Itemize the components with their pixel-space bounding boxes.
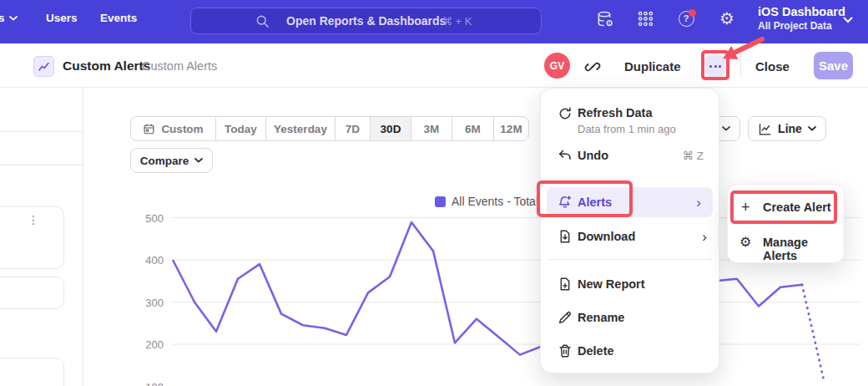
project-subtitle: All Project Data [758, 20, 845, 32]
search-icon [255, 14, 270, 28]
search-placeholder: Open Reports & Dashboards [286, 14, 446, 28]
data-management-button[interactable] [594, 8, 614, 28]
help-button[interactable]: ? [676, 8, 696, 28]
menu-item-undo[interactable]: Undo ⌘ Z [541, 140, 719, 170]
y-axis-label: 100 [139, 381, 164, 386]
sidebar-divider [0, 165, 83, 165]
settings-button[interactable]: ⚙ [717, 8, 737, 28]
app-window: All Events - Total 100200300400500 s Use… [0, 0, 868, 386]
sidebar-card[interactable]: ⋮ [0, 206, 64, 269]
range-7d[interactable]: 7D [335, 117, 370, 140]
menu-item-new-report[interactable]: New Report [541, 269, 719, 299]
save-button[interactable]: Save [814, 52, 853, 79]
refresh-icon [558, 106, 573, 121]
duplicate-button[interactable]: Duplicate [624, 59, 681, 74]
search-shortcut: ⌘ + K [442, 15, 472, 28]
y-axis-label: 400 [139, 254, 164, 267]
legend-swatch [435, 196, 446, 207]
range-3m[interactable]: 3M [411, 117, 452, 140]
trash-icon [558, 343, 573, 358]
range-30d-selected[interactable]: 30D [370, 117, 411, 140]
range-today[interactable]: Today [215, 117, 265, 140]
range-yesterday[interactable]: Yesterday [265, 117, 335, 140]
legend: All Events - Total [435, 195, 538, 208]
database-gear-icon [596, 10, 613, 28]
submenu-item-create-alert[interactable]: + Create Alert [728, 193, 844, 223]
chart-line-dotted-segment [802, 285, 824, 380]
new-report-icon [558, 277, 573, 292]
chevron-down-icon [722, 126, 730, 131]
line-chart-icon [758, 122, 772, 136]
sidebar-divider [0, 131, 83, 132]
y-axis-label: 300 [139, 297, 164, 309]
chart-type-button[interactable]: Line [748, 116, 826, 141]
header-divider [740, 53, 741, 78]
page-title: Custom Alerts [63, 58, 150, 74]
range-6m[interactable]: 6M [452, 117, 493, 140]
menu-item-refresh-data[interactable]: Refresh Data Data from 1 min ago [541, 95, 719, 135]
project-selector[interactable]: iOS Dashboard All Project Data [758, 5, 845, 32]
download-icon [558, 229, 573, 244]
help-icon: ? [679, 11, 694, 27]
report-chart-icon [33, 56, 54, 77]
chevron-down-icon [194, 158, 203, 163]
report-header: Custom Alerts Custom Alerts GV Duplicate… [0, 43, 868, 88]
calendar-icon [143, 123, 155, 135]
breadcrumb: Custom Alerts [142, 59, 217, 73]
submenu-item-manage-alerts[interactable]: ⚙ Manage Alerts [728, 228, 844, 258]
copy-link-button[interactable] [584, 58, 601, 75]
nav-item-events[interactable]: Events [100, 12, 137, 24]
range-12m[interactable]: 12M [493, 117, 528, 140]
compare-button[interactable]: Compare [130, 148, 213, 173]
apps-grid-button[interactable] [635, 8, 655, 28]
project-title: iOS Dashboard [758, 5, 845, 18]
menu-item-alerts[interactable]: Alerts › [547, 187, 713, 217]
kebab-menu-icon[interactable]: ⋮ [28, 214, 39, 226]
submenu-chevron-icon: › [702, 230, 707, 244]
top-nav: s Users Events Open Reports & Dashboards… [0, 0, 868, 43]
sidebar-card[interactable] [0, 277, 64, 309]
avatar[interactable]: GV [544, 53, 570, 79]
menu-item-download[interactable]: Download › [541, 221, 719, 251]
menu-item-rename[interactable]: Rename [541, 302, 719, 333]
y-axis-label: 200 [139, 338, 164, 351]
close-button[interactable]: Close [755, 59, 790, 74]
plus-icon: + [741, 200, 756, 215]
sidebar-card[interactable] [0, 358, 64, 386]
search-input[interactable]: Open Reports & Dashboards ⌘ + K [190, 8, 542, 34]
gear-icon: ⚙ [719, 10, 734, 27]
notification-dot [689, 9, 696, 17]
mini-line-chart-icon [38, 60, 50, 73]
pencil-icon [558, 310, 573, 325]
ellipsis-icon [709, 65, 712, 68]
sidebar: ⋮ [0, 88, 83, 386]
gear-icon: ⚙ [739, 236, 754, 251]
more-options-button[interactable] [705, 55, 725, 77]
chevron-down-icon [808, 126, 816, 131]
submenu-chevron-icon: › [696, 196, 701, 210]
undo-icon [558, 148, 573, 163]
date-range-control: Custom Today Yesterday 7D 30D 3M 6M 12M [130, 116, 529, 141]
menu-divider [548, 259, 712, 260]
nav-item-users[interactable]: Users [46, 12, 78, 24]
nav-item-truncated[interactable]: s [0, 12, 18, 24]
grid-dots-icon [637, 10, 654, 28]
more-options-menu: Refresh Data Data from 1 min ago Undo ⌘ … [540, 88, 719, 373]
y-axis-label: 500 [139, 212, 164, 225]
menu-item-delete[interactable]: Delete [541, 336, 719, 366]
alerts-submenu: + Create Alert ⚙ Manage Alerts [727, 184, 845, 263]
chevron-down-icon[interactable] [843, 17, 853, 23]
bell-plus-icon [558, 195, 573, 210]
range-custom[interactable]: Custom [131, 117, 215, 140]
legend-label: All Events - Total [452, 195, 538, 208]
link-icon [584, 58, 601, 75]
undo-shortcut: ⌘ Z [683, 149, 704, 162]
refresh-status: Data from 1 min ago [578, 123, 676, 135]
chevron-down-icon [9, 16, 18, 21]
